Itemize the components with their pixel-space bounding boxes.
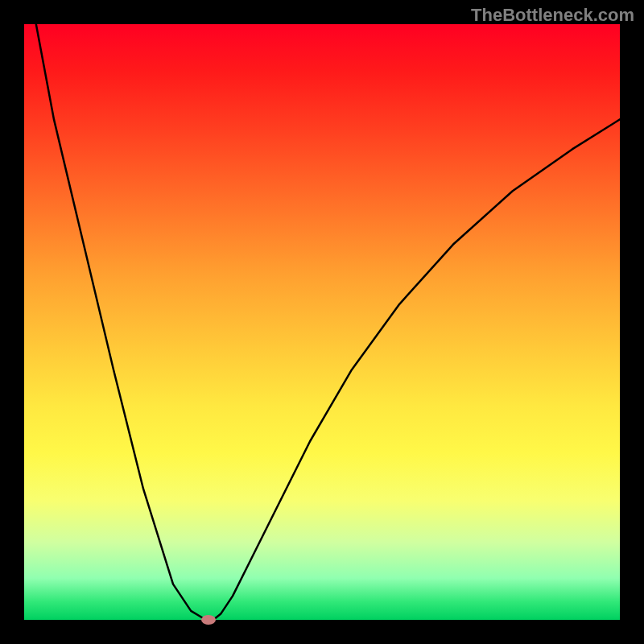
minimum-marker: [201, 615, 216, 625]
watermark-text: TheBottleneck.com: [471, 5, 634, 26]
chart-container: TheBottleneck.com: [0, 0, 644, 644]
bottleneck-curve: [36, 24, 620, 620]
plot-area: [24, 24, 620, 620]
curve-svg: [24, 24, 620, 620]
